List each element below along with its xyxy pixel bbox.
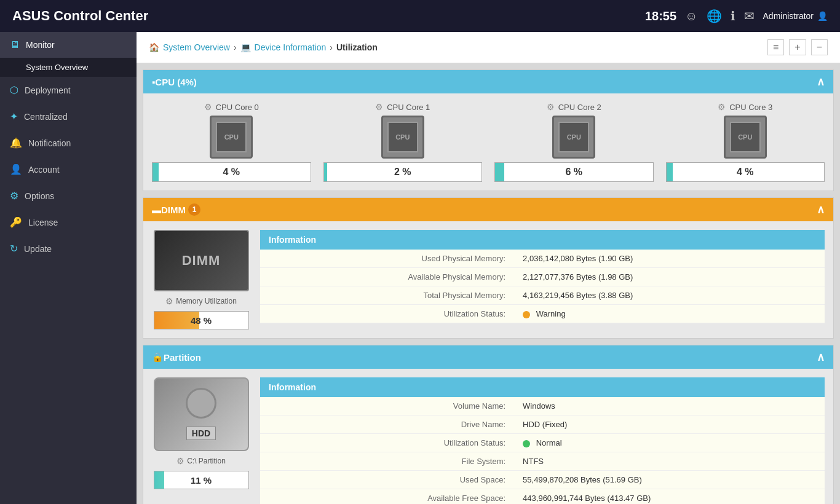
cpu-bar-2: 6 % <box>494 162 654 182</box>
table-row: Available Free Space: 443,960,991,744 By… <box>260 489 825 505</box>
header-right: 18:55 ☺ 🌐 ℹ ✉ Administrator 👤 <box>645 9 828 23</box>
sidebar-label-license: License <box>28 218 58 227</box>
device-icon: 💻 <box>240 42 251 52</box>
notification-icon: 🔔 <box>10 137 22 149</box>
partition-field-value-5: 443,960,991,744 Bytes (413.47 GB) <box>514 489 825 505</box>
sidebar-label-deployment: Deployment <box>25 85 71 95</box>
partition-collapse-button[interactable]: ∧ <box>817 350 825 364</box>
info-icon[interactable]: ℹ <box>731 9 735 23</box>
breadcrumb-sep2: › <box>330 42 333 52</box>
partition-status-cell: Normal <box>514 434 825 452</box>
home-icon: 🏠 <box>149 42 159 52</box>
cpu-chip-3: CPU <box>730 122 761 152</box>
partition-field-label-3: File System: <box>260 452 514 471</box>
partition-field-label-5: Available Free Space: <box>260 489 514 505</box>
cpu-cores-container: ⚙ CPU Core 0 CPU 4 % <box>152 102 825 182</box>
cpu-core-2-gear-icon: ⚙ <box>547 102 555 112</box>
dimm-gear-icon: ⚙ <box>165 296 173 306</box>
sidebar-item-options[interactable]: ⚙ Options <box>0 183 137 209</box>
cpu-core-1-header: ⚙ CPU Core 1 <box>375 102 430 112</box>
dimm-collapse-button[interactable]: ∧ <box>817 203 825 216</box>
dimm-bar-label: 48 % <box>154 315 248 326</box>
list-view-button[interactable]: ≡ <box>767 39 784 55</box>
sidebar-item-deployment[interactable]: ⬡ Deployment <box>0 77 137 103</box>
mail-icon[interactable]: ✉ <box>744 9 755 23</box>
add-button[interactable]: + <box>789 39 806 55</box>
sidebar-item-license[interactable]: 🔑 License <box>0 209 137 235</box>
partition-field-label-4: Used Space: <box>260 471 514 489</box>
app-header: ASUS Control Center 18:55 ☺ 🌐 ℹ ✉ Admini… <box>0 0 840 32</box>
cpu-core-2-image: CPU <box>552 116 595 159</box>
sidebar-item-account[interactable]: 👤 Account <box>0 156 137 183</box>
dimm-bar: 48 % <box>154 311 249 329</box>
hdd-img-content: HDD <box>186 388 216 441</box>
cpu-core-0: ⚙ CPU Core 0 CPU 4 % <box>152 102 311 182</box>
sidebar-item-monitor[interactable]: 🖥 Monitor <box>0 32 137 58</box>
dimm-field-value-0: 2,036,142,080 Bytes (1.90 GB) <box>514 250 825 268</box>
user-avatar-icon: 👤 <box>817 11 828 21</box>
dimm-info-table: Used Physical Memory: 2,036,142,080 Byte… <box>260 250 825 323</box>
sidebar-item-update[interactable]: ↻ Update <box>0 235 137 262</box>
cpu-collapse-button[interactable]: ∧ <box>817 75 825 89</box>
user-profile[interactable]: Administrator 👤 <box>763 11 828 21</box>
cpu-bar-3: 4 % <box>666 162 825 182</box>
partition-bar-label: 11 % <box>154 475 248 486</box>
cpu-core-1-label: CPU Core 1 <box>387 103 430 112</box>
dimm-section-header[interactable]: ▬ DIMM 1 ∧ <box>143 198 833 221</box>
sidebar-item-notification[interactable]: 🔔 Notification <box>0 130 137 156</box>
cpu-section-title: CPU (4%) <box>155 77 197 87</box>
cpu-section-body: ⚙ CPU Core 0 CPU 4 % <box>143 93 833 191</box>
table-row: Utilization Status: Warning <box>260 305 825 323</box>
smiley-icon[interactable]: ☺ <box>685 9 697 23</box>
partition-field-label-1: Drive Name: <box>260 415 514 434</box>
breadcrumb: 🏠 System Overview › 💻 Device Information… <box>137 32 840 63</box>
partition-field-label-2: Utilization Status: <box>260 434 514 452</box>
cpu-bar-label-2: 6 % <box>495 167 653 178</box>
sidebar-label-account: Account <box>28 165 60 175</box>
partition-info-table: Volume Name: Windows Drive Name: HDD (Fi… <box>260 397 825 504</box>
sidebar-sub-system-overview[interactable]: System Overview <box>0 58 137 77</box>
cpu-bar-label-1: 2 % <box>324 167 482 178</box>
cpu-core-2-label: CPU Core 2 <box>558 103 601 112</box>
cpu-core-0-image: CPU <box>210 116 253 159</box>
partition-field-label-0: Volume Name: <box>260 397 514 415</box>
partition-info-header: Information <box>260 377 825 397</box>
cpu-chip-1: CPU <box>387 122 418 152</box>
dimm-field-label-1: Available Physical Memory: <box>260 268 514 286</box>
warning-status-dot <box>523 311 530 318</box>
cpu-core-3-gear-icon: ⚙ <box>718 102 726 112</box>
cpu-section-header[interactable]: ▪ CPU (4%) ∧ <box>143 70 833 93</box>
cpu-section: ▪ CPU (4%) ∧ ⚙ CPU Core 0 CPU <box>143 69 834 191</box>
partition-status-value: Normal <box>536 438 562 447</box>
table-row: Utilization Status: Normal <box>260 434 825 452</box>
partition-section: 🔒 Partition ∧ HDD <box>143 345 834 504</box>
monitor-icon: 🖥 <box>10 39 20 50</box>
remove-button[interactable]: − <box>811 39 828 55</box>
dimm-section-icon: ▬ <box>152 205 161 215</box>
partition-field-value-0: Windows <box>514 397 825 415</box>
table-row: Used Space: 55,499,870,208 Bytes (51.69 … <box>260 471 825 489</box>
cpu-chip-0: CPU <box>216 122 247 152</box>
cpu-core-1-gear-icon: ⚙ <box>375 102 383 112</box>
table-row: Used Physical Memory: 2,036,142,080 Byte… <box>260 250 825 268</box>
dimm-status-cell: Warning <box>514 305 825 323</box>
cpu-core-3: ⚙ CPU Core 3 CPU 4 % <box>666 102 825 182</box>
account-icon: 👤 <box>10 163 22 175</box>
dimm-section: ▬ DIMM 1 ∧ DIMM ⚙ Memor <box>143 197 834 339</box>
cpu-core-0-header: ⚙ CPU Core 0 <box>204 102 259 112</box>
sidebar-item-centralized[interactable]: ✦ Centralized <box>0 103 137 130</box>
update-icon: ↻ <box>10 243 18 254</box>
breadcrumb-device[interactable]: Device Information <box>255 42 327 52</box>
sidebar-label-centralized: Centralized <box>24 112 68 122</box>
deployment-icon: ⬡ <box>10 84 18 96</box>
dimm-status-value: Warning <box>536 309 566 318</box>
dimm-field-value-2: 4,163,219,456 Bytes (3.88 GB) <box>514 286 825 305</box>
partition-section-header[interactable]: 🔒 Partition ∧ <box>143 345 833 369</box>
dimm-image: DIMM <box>154 230 249 291</box>
partition-section-title: Partition <box>164 352 201 363</box>
dimm-section-body: DIMM ⚙ Memory Utilization 48 % <box>143 221 833 338</box>
globe-icon[interactable]: 🌐 <box>707 9 722 23</box>
options-icon: ⚙ <box>10 190 18 202</box>
cpu-core-1-image: CPU <box>381 116 424 159</box>
breadcrumb-home[interactable]: System Overview <box>163 42 230 52</box>
